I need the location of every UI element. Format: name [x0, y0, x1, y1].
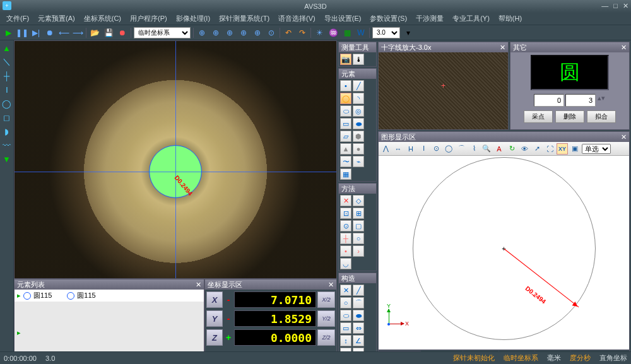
- redo-icon[interactable]: ↷: [297, 27, 308, 38]
- dd-icon[interactable]: ▾: [403, 27, 414, 38]
- cs2-icon[interactable]: ⊕: [210, 27, 221, 38]
- circle-tool-icon[interactable]: ◯: [2, 98, 12, 109]
- c6-icon[interactable]: ⬬: [353, 310, 364, 321]
- g-cur-icon[interactable]: ⌇: [468, 143, 480, 155]
- light-icon[interactable]: ☀: [314, 27, 325, 38]
- c5-icon[interactable]: ⬭: [340, 310, 351, 321]
- menu-coord[interactable]: 坐标系统(C): [80, 13, 125, 25]
- rc-icon[interactable]: ⟶: [72, 27, 83, 38]
- coord-sys-select[interactable]: 临时坐标系: [134, 27, 191, 38]
- count-input-1[interactable]: [534, 94, 564, 107]
- open-icon[interactable]: 📂: [89, 27, 100, 38]
- grid-icon[interactable]: ▦: [340, 168, 351, 180]
- zoom-select[interactable]: 3.0: [372, 27, 400, 38]
- g-text-icon[interactable]: A: [493, 143, 505, 155]
- menu-program[interactable]: 用户程序(P): [126, 13, 171, 25]
- circle-elem-icon[interactable]: ◯: [340, 93, 351, 104]
- line-icon[interactable]: ╱: [353, 80, 364, 91]
- line-tool-icon[interactable]: ＼: [2, 57, 12, 67]
- m3-icon[interactable]: ⊡: [340, 208, 351, 219]
- menu-help[interactable]: 帮助(H): [495, 13, 526, 25]
- rec-icon[interactable]: ⏺: [44, 27, 56, 38]
- menu-params[interactable]: 参数设置(S): [366, 13, 411, 25]
- select-mode[interactable]: 单选: [582, 144, 611, 154]
- stepper-icon[interactable]: ▴▾: [597, 94, 606, 107]
- probe-mode-icon[interactable]: 🌡: [353, 54, 364, 65]
- list-item[interactable]: ▸ 圆115 圆115: [15, 290, 204, 302]
- plane-icon[interactable]: ▱: [340, 131, 351, 142]
- menu-tools[interactable]: 专业工具(Y): [449, 13, 493, 25]
- z-half-button[interactable]: Z/2: [317, 329, 335, 346]
- menu-interf[interactable]: 干涉测量: [412, 13, 447, 25]
- fit-button[interactable]: 拟合: [587, 110, 616, 123]
- curve-tool-icon[interactable]: 〰: [2, 140, 12, 150]
- m1-icon[interactable]: ✕: [340, 195, 351, 206]
- down-tool-icon[interactable]: ▼: [2, 154, 12, 164]
- close-icon[interactable]: ✕: [621, 133, 627, 141]
- undo-icon[interactable]: ↶: [283, 27, 294, 38]
- word-icon[interactable]: W: [355, 27, 367, 38]
- menu-preset[interactable]: 元素预置(A): [34, 13, 79, 25]
- rect-icon[interactable]: ▭: [340, 118, 351, 129]
- height-tool-icon[interactable]: Ⅰ: [2, 85, 12, 95]
- arrow-tool-icon[interactable]: ▲: [2, 43, 12, 53]
- g-circ-icon[interactable]: ⊙: [430, 143, 442, 155]
- minimize-icon[interactable]: —: [601, 2, 608, 10]
- arc-tool-icon[interactable]: ◗: [2, 126, 12, 136]
- slot-icon[interactable]: ⬬: [353, 118, 364, 129]
- square-tool-icon[interactable]: ◻: [2, 112, 12, 122]
- c9-icon[interactable]: ↕: [340, 335, 351, 346]
- g-refresh-icon[interactable]: ↻: [506, 143, 517, 155]
- c8-icon[interactable]: ⇔: [353, 322, 364, 334]
- g-expand-icon[interactable]: ➚: [531, 143, 543, 155]
- g-xy-icon[interactable]: XY: [557, 143, 568, 155]
- m2-icon[interactable]: ◇: [353, 195, 364, 206]
- pause-icon[interactable]: ❚❚: [16, 27, 28, 38]
- c7-icon[interactable]: ▭: [340, 322, 351, 334]
- cs1-icon[interactable]: ⊕: [196, 27, 208, 38]
- c3-icon[interactable]: ○: [340, 297, 351, 308]
- point-icon[interactable]: •: [340, 80, 351, 91]
- count-input-2[interactable]: [565, 94, 596, 107]
- camera-mode-icon[interactable]: 📷: [340, 54, 351, 65]
- m5-icon[interactable]: ⊙: [340, 220, 351, 232]
- ellipse-icon[interactable]: ⬭: [340, 105, 351, 117]
- close-icon[interactable]: ✕: [328, 281, 334, 289]
- m6-icon[interactable]: ▢: [353, 220, 364, 232]
- delete-button[interactable]: 删除: [555, 110, 584, 123]
- cross-tool-icon[interactable]: ┼: [2, 71, 12, 81]
- hex-icon[interactable]: ⬢: [353, 131, 364, 142]
- save-icon[interactable]: 💾: [103, 27, 114, 38]
- menu-file[interactable]: 文件(F): [3, 13, 33, 25]
- g-fit-icon[interactable]: ⛶: [544, 143, 555, 155]
- link-icon[interactable]: ♒: [327, 27, 339, 38]
- rec2-icon[interactable]: ⏺: [117, 27, 128, 38]
- menu-voice[interactable]: 语音选择(V): [274, 13, 319, 25]
- g-h-icon[interactable]: H: [405, 143, 416, 155]
- m10-icon[interactable]: ›: [353, 245, 364, 257]
- m7-icon[interactable]: ┼: [340, 233, 351, 244]
- graph-canvas[interactable]: D0.2494 YX: [379, 156, 629, 349]
- x-half-button[interactable]: X/2: [317, 291, 335, 308]
- play-icon[interactable]: ▶: [3, 27, 14, 38]
- g-angle-icon[interactable]: ⋀: [380, 143, 391, 155]
- c1-icon[interactable]: ✕: [340, 285, 351, 296]
- excel-icon[interactable]: ▦: [341, 27, 353, 38]
- m8-icon[interactable]: ○: [353, 233, 364, 244]
- c4-icon[interactable]: ⌒: [353, 297, 364, 308]
- g-i-icon[interactable]: Ⅰ: [418, 143, 429, 155]
- m11-icon[interactable]: ◡: [340, 258, 351, 269]
- sphere-icon[interactable]: ●: [353, 143, 364, 155]
- close-icon[interactable]: ✕: [500, 44, 505, 52]
- g-dist-icon[interactable]: ↔: [392, 143, 404, 155]
- c10-icon[interactable]: ∠: [353, 335, 364, 346]
- lc-icon[interactable]: ⟵: [58, 27, 69, 38]
- cs4-icon[interactable]: ⊕: [238, 27, 249, 38]
- cs3-icon[interactable]: ⊕: [224, 27, 235, 38]
- cone-icon[interactable]: ▲: [340, 143, 351, 155]
- next-icon[interactable]: ▶|: [30, 27, 42, 38]
- cs6-icon[interactable]: ⊙: [266, 27, 277, 38]
- m9-icon[interactable]: •: [340, 245, 351, 257]
- m4-icon[interactable]: ⊞: [353, 208, 364, 219]
- menu-image[interactable]: 影像处理(I): [172, 13, 214, 25]
